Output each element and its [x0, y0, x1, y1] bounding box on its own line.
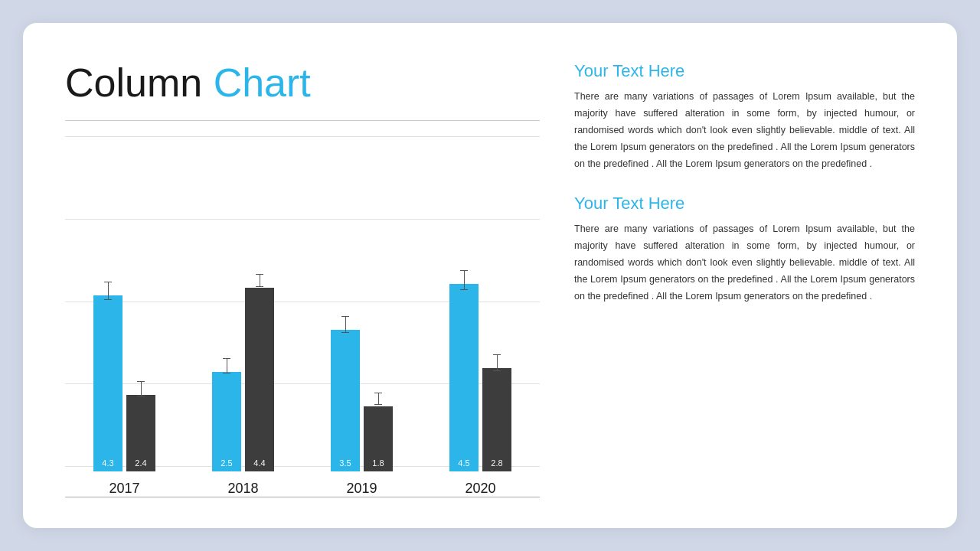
text-title-2: Your Text Here	[574, 194, 915, 214]
text-block-1: Your Text Here There are many variations…	[574, 61, 915, 172]
text-block-2: Your Text Here There are many variations…	[574, 194, 915, 305]
year-label-2017: 2017	[109, 481, 139, 497]
bar-pair-2017: 4.32.4	[93, 295, 155, 471]
title-black: Column	[65, 60, 214, 105]
bars-container: 4.32.420172.54.420183.51.820194.52.82020	[65, 259, 540, 497]
bar-label-dark-2017: 2.4	[135, 458, 146, 468]
bar-group-2017: 4.32.42017	[93, 295, 155, 497]
bar-label-dark-2019: 1.8	[372, 458, 384, 468]
bar-dark-2018: 4.4	[245, 288, 274, 471]
bar-pair-2018: 2.54.4	[212, 288, 274, 471]
bar-label-blue-2020: 4.5	[458, 458, 469, 468]
bar-label-blue-2019: 3.5	[339, 458, 351, 468]
bar-label-blue-2018: 2.5	[220, 458, 232, 468]
bar-dark-2019: 1.8	[364, 406, 393, 471]
bar-group-2019: 3.51.82019	[331, 330, 393, 497]
bar-label-dark-2020: 2.8	[491, 458, 502, 468]
slide-title: Column Chart	[65, 61, 540, 105]
error-bar-blue-2020	[460, 270, 468, 290]
bar-dark-2020: 2.8	[482, 368, 511, 471]
bar-label-blue-2017: 4.3	[102, 458, 113, 468]
year-label-2018: 2018	[227, 481, 258, 497]
right-panel: Your Text Here There are many variations…	[540, 61, 915, 497]
year-label-2019: 2019	[346, 481, 377, 497]
error-bar-dark-2019	[374, 393, 382, 405]
bar-dark-2017: 2.4	[126, 395, 155, 471]
left-panel: Column Chart 4.32.420172.54.420183.51.82…	[65, 61, 540, 497]
title-accent: Chart	[214, 60, 311, 105]
bar-blue-2019: 3.5	[331, 330, 360, 471]
bar-label-dark-2018: 4.4	[253, 458, 265, 468]
error-bar-dark-2018	[256, 274, 263, 287]
text-title-1: Your Text Here	[574, 61, 915, 81]
bar-pair-2019: 3.51.8	[331, 330, 393, 471]
grid-line-1	[65, 136, 540, 137]
bar-blue-2017: 4.3	[93, 295, 122, 471]
bar-group-2020: 4.52.82020	[449, 284, 511, 497]
error-bar-blue-2018	[223, 358, 230, 373]
error-bar-dark-2017	[137, 381, 145, 396]
x-axis-line	[65, 497, 540, 497]
error-bar-dark-2020	[493, 354, 501, 371]
year-label-2020: 2020	[465, 481, 495, 497]
slide: Column Chart 4.32.420172.54.420183.51.82…	[23, 23, 957, 528]
bar-blue-2018: 2.5	[212, 372, 241, 471]
grid-line-2	[65, 219, 540, 220]
text-body-1: There are many variations of passages of…	[574, 89, 915, 172]
bar-group-2018: 2.54.42018	[212, 288, 274, 497]
title-divider	[65, 120, 540, 121]
bar-blue-2020: 4.5	[449, 284, 479, 471]
chart-area: 4.32.420172.54.420183.51.820194.52.82020	[65, 129, 540, 497]
error-bar-blue-2017	[104, 282, 112, 300]
error-bar-blue-2019	[341, 316, 349, 333]
text-body-2: There are many variations of passages of…	[574, 221, 915, 305]
bar-pair-2020: 4.52.8	[449, 284, 511, 471]
